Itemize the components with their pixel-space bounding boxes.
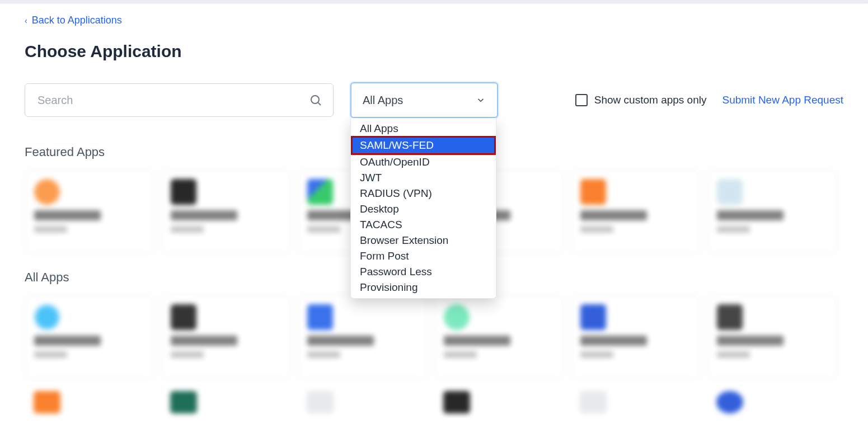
app-subtitle [171,351,204,358]
app-icon [717,179,743,205]
filter-option[interactable]: Form Post [351,248,496,264]
filter-option[interactable]: Desktop [351,201,496,217]
app-card[interactable] [298,385,428,424]
app-subtitle [34,226,67,233]
filter-option[interactable]: RADIUS (VPN) [351,186,496,201]
search-icon [309,93,322,107]
app-card[interactable] [707,295,837,379]
app-card[interactable] [707,169,837,253]
app-subtitle [444,351,477,358]
app-icon [580,304,606,330]
app-card[interactable] [571,169,701,253]
app-icon [34,304,60,330]
app-title [171,336,237,346]
app-title [717,336,783,346]
app-icon [716,391,743,413]
svg-line-1 [318,103,321,105]
all-apps-row-2 [25,385,843,424]
search-wrap [25,83,334,117]
controls-row: All Apps All AppsSAML/WS-FEDOAuth/OpenID… [25,82,843,118]
app-icon [580,179,606,205]
app-icon [171,179,196,205]
chevron-down-icon [476,95,486,105]
app-card[interactable] [571,385,701,424]
app-subtitle [717,226,750,233]
app-title [34,210,101,220]
filter-dropdown: All AppsSAML/WS-FEDOAuth/OpenIDJWTRADIUS… [350,118,496,299]
app-icon [34,179,60,205]
filter-option[interactable]: JWT [351,170,496,186]
app-card[interactable] [25,295,154,379]
app-card[interactable] [161,385,291,424]
filter-option[interactable]: All Apps [351,118,496,136]
page-title: Choose Application [25,42,843,61]
back-link[interactable]: ‹ Back to Applications [25,15,122,26]
app-subtitle [580,351,613,358]
app-subtitle [34,351,67,358]
app-card[interactable] [434,295,564,379]
app-subtitle [171,226,204,233]
app-subtitle [580,226,613,233]
all-apps-row-1 [25,295,843,379]
filter-selected-label: All Apps [363,94,403,107]
app-title [444,336,510,346]
app-title [171,210,237,220]
app-icon [307,391,334,413]
app-subtitle [307,351,340,358]
app-card[interactable] [298,295,428,379]
right-controls: Show custom apps only Submit New App Req… [575,94,843,106]
app-icon [171,304,196,330]
app-subtitle [307,226,340,233]
app-card[interactable] [707,385,837,424]
filter-option[interactable]: OAuth/OpenID [351,154,496,170]
filter-option[interactable]: Browser Extension [351,233,496,248]
submit-app-request-link[interactable]: Submit New App Request [722,94,843,106]
app-title [34,336,101,346]
page-content: ‹ Back to Applications Choose Applicatio… [0,3,868,424]
app-icon [307,304,333,330]
search-input[interactable] [25,83,334,117]
app-card[interactable] [25,169,154,253]
svg-point-0 [311,96,319,103]
app-icon [170,391,197,413]
app-title [717,210,783,220]
app-icon [580,391,607,413]
app-card[interactable] [25,385,154,424]
app-card[interactable] [434,385,564,424]
app-icon [307,179,333,205]
filter-wrap: All Apps All AppsSAML/WS-FEDOAuth/OpenID… [350,82,498,118]
filter-option[interactable]: Provisioning [351,280,496,298]
app-icon [444,304,470,330]
custom-apps-checkbox[interactable]: Show custom apps only [575,94,707,106]
filter-option[interactable]: TACACS [351,217,496,233]
app-icon [34,391,60,413]
filter-option[interactable]: Password Less [351,264,496,280]
app-card[interactable] [161,169,291,253]
filter-select[interactable]: All Apps [350,82,498,118]
app-icon [443,391,470,413]
app-subtitle [717,351,750,358]
app-card[interactable] [161,295,291,379]
back-link-label: Back to Applications [32,15,122,26]
chevron-left-icon: ‹ [25,16,27,25]
filter-option[interactable]: SAML/WS-FED [351,136,496,155]
custom-apps-label: Show custom apps only [594,94,707,106]
app-title [307,336,374,346]
app-title [580,210,647,220]
app-title [580,336,647,346]
app-icon [717,304,743,330]
app-card[interactable] [571,295,701,379]
checkbox-box-icon [575,94,588,106]
